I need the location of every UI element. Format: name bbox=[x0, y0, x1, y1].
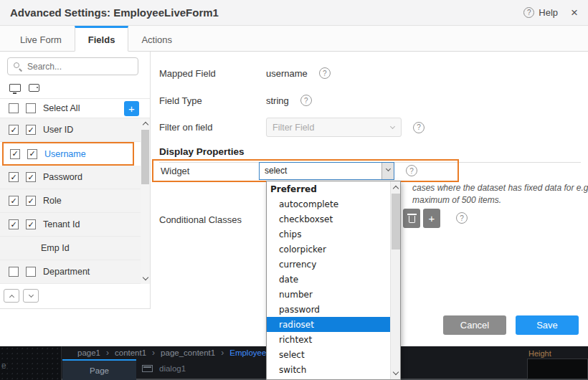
scroll-down-icon[interactable] bbox=[391, 368, 401, 379]
sidebar-scrollbar[interactable] bbox=[141, 118, 150, 284]
checkbox-checked[interactable]: ✓ bbox=[9, 196, 19, 206]
chevron-up-icon bbox=[9, 294, 14, 299]
widget-label: Widget bbox=[161, 166, 259, 176]
tab-actions[interactable]: Actions bbox=[128, 26, 185, 51]
tab-fields[interactable]: Fields bbox=[75, 26, 129, 52]
dropdown-option-select[interactable]: select bbox=[267, 347, 390, 362]
conditional-classes-help-icon[interactable]: ? bbox=[456, 212, 468, 224]
screen: e page1 › content1 › page_content1 › Emp… bbox=[0, 0, 588, 380]
dropdown-option-richtext[interactable]: richtext bbox=[267, 332, 390, 347]
checkbox-unchecked[interactable] bbox=[9, 267, 19, 277]
field-type-value: string bbox=[266, 95, 289, 106]
breadcrumb-item[interactable]: page_content1 bbox=[161, 348, 215, 357]
dropdown-option-password[interactable]: password bbox=[267, 302, 390, 317]
save-button[interactable]: Save bbox=[516, 315, 579, 335]
filter-on-field-row: Filter on field Filter Field ? bbox=[159, 118, 425, 137]
filter-field-help-icon[interactable]: ? bbox=[413, 122, 425, 133]
select-all-checkbox-desktop[interactable] bbox=[9, 103, 19, 113]
page-tab[interactable]: Page bbox=[62, 359, 136, 380]
field-row-emp-id[interactable]: Emp Id bbox=[0, 237, 150, 260]
canvas-edge-text: e bbox=[1, 361, 6, 371]
checkbox-checked[interactable]: ✓ bbox=[9, 172, 19, 182]
field-label: User ID bbox=[43, 125, 73, 135]
select-all-checkbox-mobile[interactable] bbox=[26, 103, 36, 113]
dropdown-option-colorpicker[interactable]: colorpicker bbox=[267, 242, 390, 257]
dialog1-tab[interactable]: dialog1 bbox=[159, 364, 186, 373]
scroll-down-icon[interactable] bbox=[141, 273, 150, 284]
help-button[interactable]: ? Help bbox=[523, 7, 558, 18]
field-label: Password bbox=[43, 172, 82, 182]
field-row-role[interactable]: ✓ ✓ Role bbox=[0, 189, 150, 213]
move-up-button[interactable] bbox=[4, 289, 19, 303]
tab-live-form[interactable]: Live Form bbox=[7, 26, 75, 51]
checkbox-checked[interactable]: ✓ bbox=[27, 149, 37, 159]
widget-select[interactable]: select bbox=[259, 162, 394, 180]
breadcrumb-item[interactable]: page1 bbox=[77, 348, 100, 357]
dropdown-option-chips[interactable]: chips bbox=[267, 227, 390, 242]
checkbox-checked[interactable]: ✓ bbox=[26, 196, 36, 206]
checkbox-checked[interactable]: ✓ bbox=[10, 149, 20, 159]
select-all-row[interactable]: Select All + bbox=[0, 99, 150, 118]
field-row-password[interactable]: ✓ ✓ Password bbox=[0, 166, 150, 189]
dropdown-option-autocomplete[interactable]: autocomplete bbox=[267, 196, 390, 212]
move-down-button[interactable] bbox=[23, 289, 39, 303]
mapped-field-row: Mapped Field username ? bbox=[159, 67, 331, 79]
widget-help-icon[interactable]: ? bbox=[406, 165, 417, 176]
trash-icon bbox=[409, 216, 415, 223]
dropdown-option-radioset-selected[interactable]: radioset bbox=[267, 317, 390, 332]
field-label: Tenant Id bbox=[43, 219, 80, 229]
hint-line-2: maximum of 500 items. bbox=[412, 194, 588, 206]
dropdown-option-checkboxset[interactable]: checkboxset bbox=[267, 212, 390, 227]
checkbox-checked[interactable]: ✓ bbox=[26, 219, 36, 229]
dropdown-option-number[interactable]: number bbox=[267, 287, 390, 302]
cancel-button[interactable]: Cancel bbox=[443, 315, 506, 335]
close-icon[interactable]: × bbox=[571, 6, 578, 19]
dropdown-scrollbar[interactable] bbox=[390, 181, 400, 379]
checkbox-checked[interactable]: ✓ bbox=[26, 125, 36, 135]
field-label: Department bbox=[43, 267, 90, 277]
filter-field-placeholder: Filter Field bbox=[272, 123, 314, 133]
mapped-field-help-icon[interactable]: ? bbox=[319, 67, 331, 79]
field-row-username-selected[interactable]: ✓ ✓ Username bbox=[2, 142, 134, 166]
widget-dropdown-options: Preferred autocomplete checkboxset chips… bbox=[267, 181, 390, 379]
widget-hint-text: cases where the dataset has fixed data f… bbox=[412, 182, 588, 206]
field-label: Emp Id bbox=[41, 243, 70, 253]
conditional-classes-row: Conditional Classes bbox=[159, 214, 266, 225]
conditional-classes-buttons: + bbox=[403, 209, 440, 228]
dropdown-option-switch[interactable]: switch bbox=[267, 362, 390, 377]
filter-field-select-disabled[interactable]: Filter Field bbox=[266, 118, 402, 137]
dropdown-option-date[interactable]: date bbox=[267, 272, 390, 287]
checkbox-checked[interactable]: ✓ bbox=[26, 172, 36, 182]
field-label: Username bbox=[44, 149, 86, 159]
field-type-help-icon[interactable]: ? bbox=[300, 95, 312, 106]
page-tab-label: Page bbox=[90, 366, 109, 375]
add-class-button[interactable]: + bbox=[423, 209, 440, 228]
delete-class-button[interactable] bbox=[403, 209, 420, 228]
dialog-tabbar: Live Form Fields Actions bbox=[0, 26, 588, 52]
select-all-label: Select All bbox=[43, 103, 80, 113]
field-row-department[interactable]: Department bbox=[0, 260, 150, 284]
field-type-row: Field Type string ? bbox=[159, 95, 312, 106]
breadcrumb-item[interactable]: content1 bbox=[115, 348, 146, 357]
select-arrow-button[interactable] bbox=[381, 163, 394, 179]
chevron-down-icon bbox=[385, 166, 390, 171]
checkbox-checked[interactable]: ✓ bbox=[9, 219, 19, 229]
dropdown-option-currency[interactable]: currency bbox=[267, 257, 390, 272]
breadcrumb-item-active[interactable]: EmployeeL bbox=[229, 348, 271, 357]
field-row-tenant-id[interactable]: ✓ ✓ Tenant Id bbox=[0, 213, 150, 237]
mapped-field-label: Mapped Field bbox=[159, 68, 266, 79]
dialog-header: Advanced Settings: EmployeeLiveForm1 ? H… bbox=[0, 0, 588, 26]
field-row-user-id[interactable]: ✓ ✓ User ID bbox=[0, 118, 150, 142]
scrollbar-thumb[interactable] bbox=[141, 130, 149, 184]
checkbox-checked[interactable]: ✓ bbox=[9, 125, 19, 135]
search-input[interactable] bbox=[7, 57, 138, 75]
scrollbar-thumb[interactable] bbox=[392, 194, 400, 250]
desktop-device-icon[interactable] bbox=[9, 84, 21, 92]
mobile-device-icon[interactable] bbox=[29, 84, 39, 92]
add-field-button[interactable]: + bbox=[124, 101, 139, 116]
height-property-input[interactable] bbox=[527, 358, 588, 379]
checkbox-unchecked[interactable] bbox=[26, 267, 36, 277]
chevron-down-icon bbox=[28, 292, 33, 297]
scroll-up-icon[interactable] bbox=[391, 182, 401, 193]
scroll-up-icon[interactable] bbox=[141, 118, 150, 129]
